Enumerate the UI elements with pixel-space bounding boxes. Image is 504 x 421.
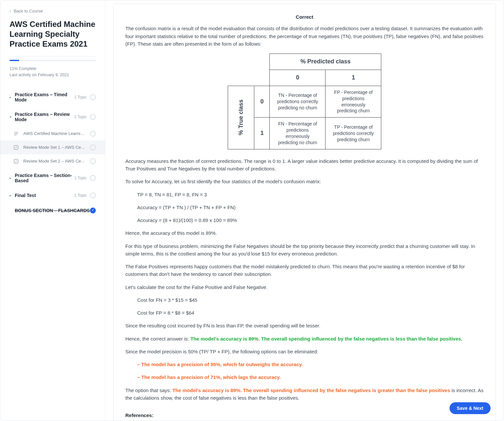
sidebar: ‹ Back to Course AWS Certified Machine L…	[0, 0, 105, 421]
paragraph: The confusion matrix is a result of the …	[125, 25, 484, 48]
completion-ring	[90, 158, 96, 164]
chevron-right-icon: ▸	[10, 95, 15, 100]
wrong-option: – The model has a precision of 71%, whic…	[125, 373, 484, 381]
completion-ring	[90, 192, 96, 198]
last-activity-text: Last activity on February 9, 2021	[10, 72, 96, 78]
list-icon	[13, 131, 20, 136]
main-content: Correct The confusion matrix is a result…	[105, 0, 504, 421]
section-bonus-flashcards[interactable]: BONUS SECTION – FLASHCARDS	[0, 203, 105, 218]
save-next-button[interactable]: Save & Next	[450, 402, 491, 414]
chevron-left-icon: ‹	[10, 8, 11, 13]
correct-label: Correct	[125, 13, 484, 21]
calc-line: Cost for FN = 3 * $15 = $45	[125, 296, 484, 304]
references-label: References:	[125, 411, 484, 419]
divider	[10, 56, 96, 56]
calc-line: Accuracy = (TP + TN ) / (TP + TN + FP + …	[125, 204, 484, 211]
lesson-item[interactable]: Review Mode Set 2 – AWS Certified Mac	[0, 154, 105, 168]
section-timed-mode[interactable]: ▸ Practice Exams – Timed Mode 1 Topic	[0, 87, 105, 107]
lesson-item-active[interactable]: Review Mode Set 1 – AWS Certified Mac	[0, 141, 105, 154]
paragraph: Since the resulting cost incurred by FN …	[125, 322, 484, 329]
section-section-based[interactable]: ▸ Practice Exams – Section-Based 1 Topic	[0, 168, 105, 188]
section-review-mode[interactable]: ▾ Practice Exams – Review Mode 1 Topic	[0, 107, 105, 127]
paragraph: Since the model precision is 50% (TP/ TP…	[125, 348, 484, 355]
edit-icon	[13, 159, 20, 164]
progress-text: 11% Complete	[10, 66, 96, 72]
chevron-right-icon: ▸	[10, 176, 15, 180]
calc-line: Accuracy = (8 + 81)/(100) = 0.89 x 100 =…	[125, 216, 484, 224]
paragraph: To solve for Accuracy, let us first iden…	[125, 178, 484, 185]
completion-ring	[90, 131, 96, 137]
completion-ring	[90, 94, 96, 100]
completion-ring	[90, 114, 96, 120]
course-sections: ▸ Practice Exams – Timed Mode 1 Topic ▾ …	[0, 87, 105, 421]
edit-icon	[13, 145, 20, 150]
back-to-course[interactable]: ‹ Back to Course	[10, 8, 96, 13]
chevron-down-icon: ▾	[10, 115, 15, 119]
wrong-answer-line: The option that says: The model's accura…	[125, 387, 484, 402]
completion-ring-done	[90, 208, 96, 213]
progress-bar	[10, 60, 96, 61]
completion-ring	[90, 144, 96, 150]
paragraph: The False Positives represents happy cus…	[125, 263, 484, 278]
completion-ring	[90, 175, 96, 181]
paragraph: Hence, the accuracy of this model is 89%…	[125, 229, 484, 237]
paragraph: Accuracy measures the fraction of correc…	[125, 157, 484, 173]
calc-line: Cost for FP = 8 * $8 = $64	[125, 309, 484, 317]
confusion-matrix: % Predicted class 0 1 % True class 0 TN …	[125, 54, 484, 149]
course-title: AWS Certified Machine Learning Specialty…	[10, 19, 96, 49]
lesson-item[interactable]: AWS Certified Machine Learning – Speci	[0, 127, 105, 141]
back-label: Back to Course	[14, 9, 43, 13]
wrong-option: – The model has a precision of 95%, whic…	[125, 361, 484, 368]
explanation-card: Correct The confusion matrix is a result…	[113, 4, 496, 421]
paragraph: Let's calculate the cost for the False P…	[125, 283, 484, 291]
chevron-right-icon: ▸	[10, 193, 15, 198]
paragraph: For this type of business problem, minim…	[125, 242, 484, 258]
correct-answer-line: Hence, the correct answer is: The model'…	[125, 335, 484, 343]
calc-line: TP = 8, TN = 81, FP = 8, FN = 3	[125, 191, 484, 198]
section-final-test[interactable]: ▸ Final Test 1 Topic	[0, 188, 105, 203]
